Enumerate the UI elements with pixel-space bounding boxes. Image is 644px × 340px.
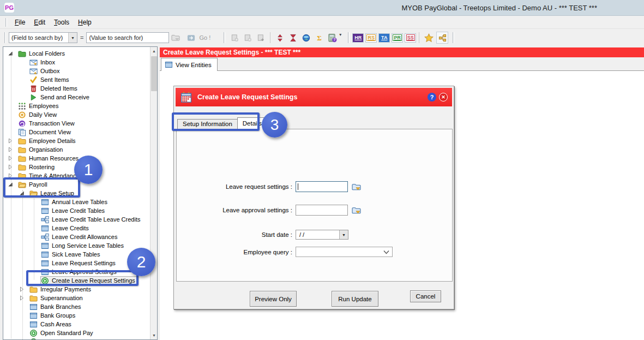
tree-item-sent-items[interactable]: Sent Items xyxy=(3,75,150,84)
toolbar-grip[interactable] xyxy=(4,32,6,43)
go-arrow-icon xyxy=(185,32,196,43)
tab-view-entities-label: View Entities xyxy=(176,62,212,68)
collapsed-arrow-icon[interactable] xyxy=(8,147,17,152)
collapsed-arrow-icon[interactable] xyxy=(19,295,29,301)
module-badge-rs[interactable]: RS xyxy=(365,33,377,43)
collapsed-arrow-icon[interactable] xyxy=(8,138,17,144)
trash-icon xyxy=(29,85,38,93)
table-icon xyxy=(41,207,49,215)
toolbar-overflow-chevron-icon[interactable]: ▾ xyxy=(339,32,341,37)
tree-item-daily-view[interactable]: Daily View xyxy=(3,110,150,119)
tree-item-irregular-payments[interactable]: Irregular Payments xyxy=(3,285,150,294)
run-update-button[interactable]: Run Update xyxy=(332,291,378,307)
tree-item-open-manual-pay[interactable]: Open Manual Pay xyxy=(3,337,150,339)
dialog-close-button[interactable]: ✕ xyxy=(439,93,448,102)
dialog-title: Create Leave Request Settings xyxy=(197,93,297,101)
tree-item-inner: Leave Credit Table Leave Credits xyxy=(40,215,143,224)
leave-approval-lookup-icon[interactable] xyxy=(351,205,362,215)
leave-approval-settings-input[interactable] xyxy=(296,205,348,216)
tree-item-leave-credit-allowances[interactable]: Leave Credit Allowances xyxy=(3,232,150,241)
toolbar-grip[interactable] xyxy=(224,32,225,43)
start-date-dropdown[interactable]: / / ▼ xyxy=(296,230,348,240)
module-badge-label: TA xyxy=(380,34,388,41)
menu-tools[interactable]: Tools xyxy=(50,17,74,28)
app-icon: PG xyxy=(4,3,14,13)
menu-file[interactable]: File xyxy=(10,17,29,28)
tab-view-entities[interactable]: View Entities xyxy=(161,58,218,71)
toolbar-grip[interactable] xyxy=(348,32,350,43)
tree-item-inner: Cash Areas xyxy=(29,320,74,329)
tree-item-organisation[interactable]: Organisation xyxy=(3,145,150,154)
table-icon xyxy=(41,250,49,259)
tree-item-send-and-receive[interactable]: Send and Receive xyxy=(3,93,150,102)
org-chart-button[interactable] xyxy=(436,32,448,44)
scroll-up-button[interactable]: ▲ xyxy=(151,47,158,55)
tree-item-employees[interactable]: Employees xyxy=(3,102,150,110)
tree-item-inner: Leave Credits xyxy=(40,224,92,233)
table-icon xyxy=(29,320,38,329)
hourglass-icon[interactable] xyxy=(287,32,298,43)
collapsed-arrow-icon[interactable] xyxy=(19,287,29,292)
tree-item-label: Leave Credit Table Leave Credits xyxy=(49,216,142,223)
dialog-help-button[interactable]: ? xyxy=(428,93,436,102)
cancel-button[interactable]: Cancel xyxy=(410,290,441,302)
collapsed-arrow-icon[interactable] xyxy=(8,156,17,161)
tree-item-inner: Transaction View xyxy=(17,119,77,128)
tree-item-leave-credit-tables[interactable]: Leave Credit Tables xyxy=(3,206,150,215)
tree-item-superannuation[interactable]: Superannuation xyxy=(3,294,150,302)
tree-item-leave-credit-table-leave-credits[interactable]: Leave Credit Table Leave Credits xyxy=(3,215,150,224)
tree-item-cash-areas[interactable]: Cash Areas xyxy=(3,320,150,329)
employee-query-dropdown[interactable] xyxy=(296,247,393,257)
tree-item-outbox[interactable]: Outbox xyxy=(3,67,150,75)
tree-item-deleted-items[interactable]: Deleted Items xyxy=(3,84,150,93)
calculator-help-icon[interactable]: ? xyxy=(327,32,338,43)
tree-item-employee-details[interactable]: Employee Details xyxy=(3,136,150,145)
scroll-thumb[interactable] xyxy=(151,56,157,91)
toolbar-grip[interactable] xyxy=(453,32,454,43)
module-badge-ta[interactable]: TA xyxy=(378,33,390,43)
chevron-down-icon[interactable]: ▼ xyxy=(68,33,77,43)
text-caret xyxy=(298,183,298,190)
tree-item-leave-credits[interactable]: Leave Credits xyxy=(3,224,150,232)
go-button[interactable]: Go ! xyxy=(184,32,210,43)
delete-record-icon[interactable] xyxy=(242,32,253,43)
leave-request-settings-input[interactable] xyxy=(296,181,348,192)
folder-green-icon xyxy=(18,50,26,58)
tree-item-transaction-view[interactable]: Transaction View xyxy=(3,119,150,128)
menu-help[interactable]: Help xyxy=(74,17,96,28)
chevron-down-icon[interactable]: ▼ xyxy=(339,230,348,239)
saved-search-folder-icon[interactable] xyxy=(170,32,181,43)
tree-item-label: Send and Receive xyxy=(38,93,92,101)
module-badge-pr[interactable]: PR xyxy=(392,33,403,43)
favorites-star-icon[interactable] xyxy=(423,32,434,43)
module-badge-hr[interactable]: HR xyxy=(352,33,364,43)
collapsed-arrow-icon[interactable] xyxy=(8,164,17,170)
tree-item-document-view[interactable]: Document View xyxy=(3,128,150,136)
value-to-search-input[interactable] xyxy=(86,32,169,43)
tree-item-label: Superannuation xyxy=(38,294,85,302)
tree-item-inbox[interactable]: Inbox xyxy=(3,58,150,67)
check-icon xyxy=(29,76,38,84)
tree-item-inner: Sick Leave Tables xyxy=(40,250,103,259)
scroll-down-button[interactable]: ▼ xyxy=(151,331,158,339)
globe-icon[interactable] xyxy=(300,32,311,43)
expanded-arrow-icon[interactable] xyxy=(8,51,17,56)
preview-only-button[interactable]: Preview Only xyxy=(250,291,297,307)
tree-item-inner: Human Resources xyxy=(17,154,81,163)
module-badge-ss[interactable]: SS xyxy=(405,33,416,43)
tree-item-long-service-leave-tables[interactable]: Long Service Leave Tables xyxy=(3,241,150,250)
menu-edit[interactable]: Edit xyxy=(29,17,50,28)
sort-icon[interactable] xyxy=(274,32,285,43)
save-record-icon[interactable] xyxy=(255,32,266,43)
tree-item-local-folders[interactable]: Local Folders xyxy=(3,49,150,58)
tree-item-annual-leave-tables[interactable]: Annual Leave Tables xyxy=(3,198,150,206)
tree-item-bank-groups[interactable]: Bank Groups xyxy=(3,311,150,320)
sigma-icon[interactable]: Σ xyxy=(314,32,324,43)
tree-item-bank-branches[interactable]: Bank Branches xyxy=(3,302,150,311)
tree-scrollbar[interactable]: ▲ ▼ xyxy=(150,47,157,339)
field-to-search-dropdown[interactable]: (Field to search by) ▼ xyxy=(9,32,77,43)
leave-request-lookup-icon[interactable] xyxy=(351,182,362,192)
tree-item-open-standard-pay[interactable]: Open Standard Pay xyxy=(3,329,150,337)
tree-item-inner: Annual Leave Tables xyxy=(40,198,110,207)
add-record-icon[interactable] xyxy=(229,32,240,43)
